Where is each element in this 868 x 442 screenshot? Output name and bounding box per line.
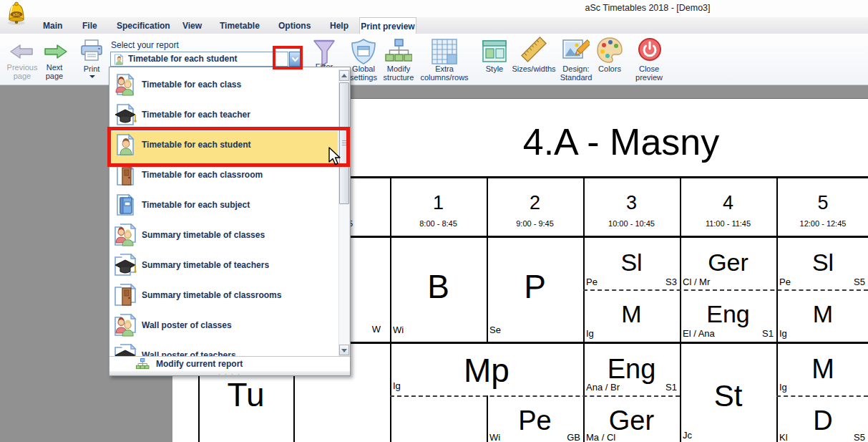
modify-structure-button[interactable]: Modify structure [378, 37, 419, 82]
menu-view[interactable]: View [182, 21, 202, 31]
print-button[interactable]: Print [76, 38, 107, 82]
lesson-subject: Sl [776, 249, 868, 276]
lesson-teacher: Ig [586, 328, 594, 339]
lesson-teacher: Jc [683, 430, 692, 441]
grid-table-icon [431, 39, 457, 64]
lesson-subject: Eng [680, 300, 776, 327]
lesson-divider [776, 395, 868, 397]
lesson-subject: Pe [487, 405, 583, 436]
extra-columns-rows-button[interactable]: Extra columns/rows [416, 37, 472, 82]
report-dropdown-list: Timetable for each class Timetable for e… [109, 67, 351, 376]
lesson-subject: St [680, 380, 776, 413]
colors-button[interactable]: Colors [593, 35, 626, 82]
modify-report-icon [135, 358, 150, 370]
menu-timetable[interactable]: Timetable [220, 21, 260, 31]
lesson-subject: D [776, 405, 868, 436]
ruler-icon [520, 35, 548, 64]
report-item-class[interactable]: Timetable for each class [110, 69, 338, 100]
report-item-wall-poster-classes[interactable]: Wall poster of classes [110, 310, 338, 340]
panel-resize-grip[interactable]: . . . . [109, 371, 350, 375]
svg-text:aSc: aSc [13, 12, 20, 16]
annotation-box-dropdown-button [273, 46, 303, 69]
day-label: Tu [198, 375, 293, 414]
lesson-room: S5 [776, 277, 865, 287]
menu-file[interactable]: File [82, 21, 97, 31]
select-report-label: Select your report [111, 40, 179, 50]
period-time: 10:00 - 10:45 [583, 219, 680, 228]
shield-settings-icon [351, 38, 376, 65]
close-preview-button[interactable]: Close preview [631, 35, 667, 82]
timetable-page-title: 4.A - Masny [390, 120, 852, 163]
menu-main[interactable]: Main [43, 21, 62, 31]
period-number: 2 [487, 192, 583, 214]
menu-options[interactable]: Options [278, 21, 311, 31]
report-item-subject[interactable]: Timetable for each subject [110, 190, 338, 220]
lesson-teacher: Cl / Mr [683, 277, 710, 287]
period-time: 12:00 - 12:45 [776, 219, 868, 228]
report-item-summary-teachers[interactable]: Summary timetable of teachers [110, 250, 338, 280]
lesson-subject: M [583, 300, 680, 327]
lesson-subject: Ger [583, 405, 680, 436]
scroll-down-button[interactable] [339, 345, 349, 355]
pages-class-icon [114, 224, 137, 246]
report-item-teacher[interactable]: Timetable for each teacher [110, 100, 338, 130]
lesson-subject: M [776, 300, 868, 327]
table-border [390, 176, 391, 442]
printer-icon [79, 39, 104, 62]
lesson-teacher: Ma / Cl [586, 432, 615, 442]
page-teacher-icon [114, 103, 137, 126]
lesson-room: S1 [680, 328, 774, 339]
report-combobox-value: Timetable for each student [128, 54, 237, 64]
lesson-divider [583, 289, 868, 291]
asc-timetables-window: aSc Timetables 2018 - [Demo3] Main File … [0, 0, 868, 442]
page-class-icon [114, 73, 137, 96]
menu-help[interactable]: Help [330, 21, 348, 31]
report-item-summary-classes[interactable]: Summary timetable of classes [110, 220, 338, 250]
power-close-icon [638, 37, 662, 62]
report-student-mini-icon [113, 54, 125, 65]
page-subject-icon [114, 193, 137, 216]
style-button[interactable]: Style [478, 37, 511, 82]
lesson-subject: Eng [583, 354, 680, 384]
arrow-right-icon [43, 43, 69, 60]
lesson-room: S1 [583, 382, 677, 393]
report-item-wall-poster-teachers[interactable]: Wall poster of teachers [110, 340, 338, 356]
period-number: 1 [390, 192, 487, 214]
lesson-subject: P [487, 269, 583, 304]
palette-icon [596, 37, 623, 64]
structure-tree-icon [385, 39, 412, 64]
lesson-teacher: Se [489, 325, 501, 335]
tab-print-preview[interactable]: Print preview [359, 17, 416, 34]
triangle-up-icon [341, 74, 347, 77]
lesson-teacher: Ig [393, 380, 401, 391]
lesson-divider [390, 395, 680, 397]
triangle-down-icon [341, 349, 347, 352]
design-standard-button[interactable]: Design: Standard [555, 35, 597, 82]
pages-classroom-icon [114, 284, 137, 307]
period-number: 3 [583, 192, 680, 214]
period-number: 5 [776, 192, 868, 214]
report-item-summary-classrooms[interactable]: Summary timetable of classrooms [110, 280, 338, 310]
lesson-teacher: Wi [393, 325, 404, 335]
menu-specification[interactable]: Specification [117, 21, 170, 31]
lesson-subject: Sl [583, 249, 680, 276]
lesson-room: GB [487, 432, 580, 442]
period-time: 9:00 - 9:45 [487, 219, 583, 228]
annotation-box-student-item [107, 127, 350, 167]
period-time: 8:00 - 8:45 [390, 219, 487, 228]
scroll-up-button[interactable] [339, 70, 349, 81]
lesson-subject: Mp [390, 352, 583, 388]
design-picture-pencil-icon [562, 37, 590, 64]
style-window-icon [482, 39, 507, 64]
period-number: 4 [680, 192, 776, 214]
lesson-room: S3 [583, 277, 677, 287]
lesson-subject: B [390, 269, 487, 304]
print-dropdown-arrow-icon [89, 75, 95, 78]
dropdown-scrollbar[interactable] [338, 69, 350, 356]
sizes-widths-button[interactable]: Sizes/widths [508, 34, 560, 82]
lesson-label-partial: W [358, 324, 381, 335]
asc-bell-logo-icon: aSc [6, 1, 27, 26]
mouse-cursor-icon [328, 147, 341, 167]
pages-teacher-icon [114, 344, 137, 356]
next-page-button[interactable]: Next page [34, 39, 74, 82]
